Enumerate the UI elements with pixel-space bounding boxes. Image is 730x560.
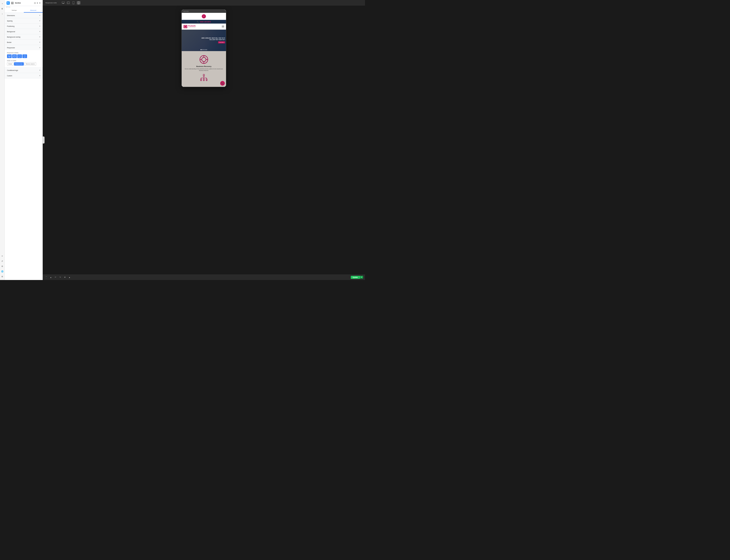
site-nav-bar: TruSolv business recovery [182,24,226,30]
dot-3[interactable] [203,49,204,50]
sort-icon[interactable]: ↕ [1,12,4,15]
recovery-desc: Get an understanding of the potential re… [184,68,224,71]
vis-btn-tablet[interactable] [17,54,22,58]
up-arrow-2-icon[interactable]: ▲ [68,276,71,279]
order-btn-default[interactable]: Default [7,62,14,66]
accordion-header-spacing[interactable]: Spacing ∨ [5,18,43,23]
main-area: Responsive mode [43,0,365,280]
brand-logo-box [184,25,187,28]
dot-4[interactable] [205,49,206,50]
order-btn-reverse-rows[interactable]: Reverse rows [14,62,24,66]
order-btn-reverse-columns[interactable]: Reverse columns [24,62,36,66]
undo-icon[interactable]: ↩ [54,276,57,279]
svg-point-15 [78,4,79,4]
site-brand: TruSolv business recovery [184,25,196,28]
device-desktop[interactable] [61,1,65,4]
recovery-title: Business Recovery [184,66,224,67]
dot-5[interactable] [206,49,207,50]
brand-name: TruSolv [188,25,196,27]
accordion-header-background[interactable]: Background ∨ [5,29,43,34]
site-phone-bar: 📞 0808 196 8676 [182,20,226,24]
hamburger-menu[interactable] [222,26,224,27]
org-chart-icon [199,74,209,83]
dot-1[interactable] [201,49,202,50]
history-icon[interactable]: ↺ [1,259,4,263]
svg-rect-1 [9,57,10,57]
responsive-content: Responsive visibility [5,50,43,67]
accordion-header-conditional[interactable]: Conditional logic ∨ [5,68,43,73]
device-tablet-landscape[interactable] [67,1,70,4]
sidebar: Be Section ⊡ ▾ ✕ V27.5.11 Settings Advan… [5,0,43,280]
conditional-label: Conditional logic [7,70,18,71]
read-more-button[interactable]: Read More [218,41,225,43]
layout-icon[interactable]: ⊞ [1,7,4,10]
background-label: Background [7,31,15,32]
dimensions-label: Dimensions [7,15,15,16]
chevron-border: ∨ [39,41,40,43]
phone-icon: 📞 [197,21,199,23]
tab-settings[interactable]: Settings [5,8,24,13]
left-icon-panel: ＋ ⊞ ↕ ≡ ↺ ⚙ 🌐 ⚙ [0,0,5,280]
layers-icon[interactable]: ≡ [1,254,4,258]
hero-section: HMRC ARREARS: WHAT WILL THEY DO IF YOU C… [182,30,226,51]
chevron-positioning: ∨ [39,25,40,27]
bottom-toolbar: 📱 ▲ ↩ ↪ 👁 ▲ Update ▼ [43,274,365,280]
phone-content: ✓ 📞 0808 196 8676 [182,13,226,87]
site-logo: ✓ [202,14,206,18]
sidebar-header: Be Section ⊡ ▾ ✕ [5,0,43,6]
phone-dot-3 [187,11,189,12]
chevron-dimensions: ∨ [39,14,40,16]
accordion-header-bg-overlay[interactable]: Background overlay ∨ [5,34,43,39]
mobile-icon-bottom[interactable]: 📱 [45,276,48,279]
vis-btn-desktop[interactable] [7,54,12,58]
chevron-responsive: ∨ [39,47,40,49]
eye-icon[interactable]: 👁 [63,276,67,279]
update-dropdown-button[interactable]: ▼ [360,276,363,279]
update-main-button[interactable]: Update [351,276,360,279]
svg-rect-8 [62,2,65,3]
svg-point-17 [202,57,206,62]
vis-btn-mobile[interactable] [22,54,27,58]
accordion-header-border[interactable]: Border ∨ [5,40,43,45]
accordion-header-positioning[interactable]: Positioning ∨ [5,24,43,29]
hero-text: HMRC ARREARS: WHAT WILL THEY DO IF YOU C… [201,37,225,43]
accordion-header-custom[interactable]: Custom ∨ [5,73,43,78]
settings-icon[interactable]: ⚙ [1,275,4,278]
positioning-label: Positioning [7,25,14,27]
call-fab[interactable]: 📞 [220,81,225,86]
brand-solv: Solv [191,25,196,27]
responsive-mode-label: Responsive mode [45,2,57,3]
device-tablet-portrait[interactable] [72,1,75,4]
phone-chrome [182,10,226,13]
spacing-label: Spacing [7,20,13,22]
phone-number: 0808 196 8676 [200,21,211,23]
accordion-header-responsive[interactable]: Responsive ∨ [5,45,43,50]
dropdown-button[interactable]: ▾ [37,2,38,4]
svg-point-11 [67,3,68,3]
order-buttons: Default Reverse rows Reverse columns [7,62,40,66]
svg-rect-9 [63,3,64,4]
plus-icon[interactable]: ＋ [1,2,4,5]
globe-icon[interactable]: 🌐 [1,270,4,273]
sidebar-tabs: Settings Advanced [5,8,43,13]
close-button[interactable]: ✕ [39,2,41,4]
brand-tru: Tru [188,25,191,27]
up-arrow-icon[interactable]: ▲ [49,276,53,279]
recovery-section: Business Recovery Get an understanding o… [182,51,226,87]
svg-point-29 [203,79,205,80]
device-mobile[interactable] [77,1,80,4]
accordion-background: Background ∨ [5,29,43,34]
vis-btn-tablet-landscape[interactable] [12,54,17,58]
redo-icon[interactable]: ↪ [59,276,62,279]
dot-2[interactable] [202,49,203,50]
phone-mockup: ✓ 📞 0808 196 8676 [182,9,226,87]
filter-icon[interactable]: ⚙ [1,265,4,268]
version-text: V27.5.11 [5,6,43,8]
slider-dots [201,49,207,50]
chevron-spacing: ∨ [39,20,40,22]
tab-advanced[interactable]: Advanced [24,8,43,13]
accordion-dimensions: Dimensions ∨ [5,13,43,18]
accordion-header-dimensions[interactable]: Dimensions ∨ [5,13,43,18]
expand-button[interactable]: ⊡ [34,2,36,4]
collapse-handle[interactable]: ‹ [42,137,45,143]
